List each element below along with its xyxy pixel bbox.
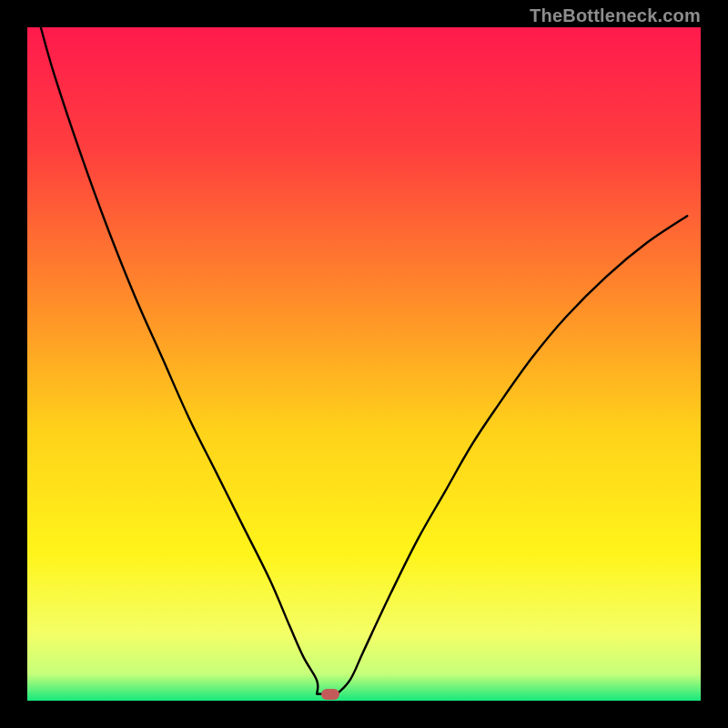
- bottleneck-marker: [321, 689, 339, 700]
- curve-left: [41, 27, 318, 694]
- curve-svg: [27, 27, 701, 701]
- curve-right: [336, 216, 687, 695]
- watermark-text: TheBottleneck.com: [530, 5, 701, 26]
- chart-frame: TheBottleneck.com: [0, 0, 728, 728]
